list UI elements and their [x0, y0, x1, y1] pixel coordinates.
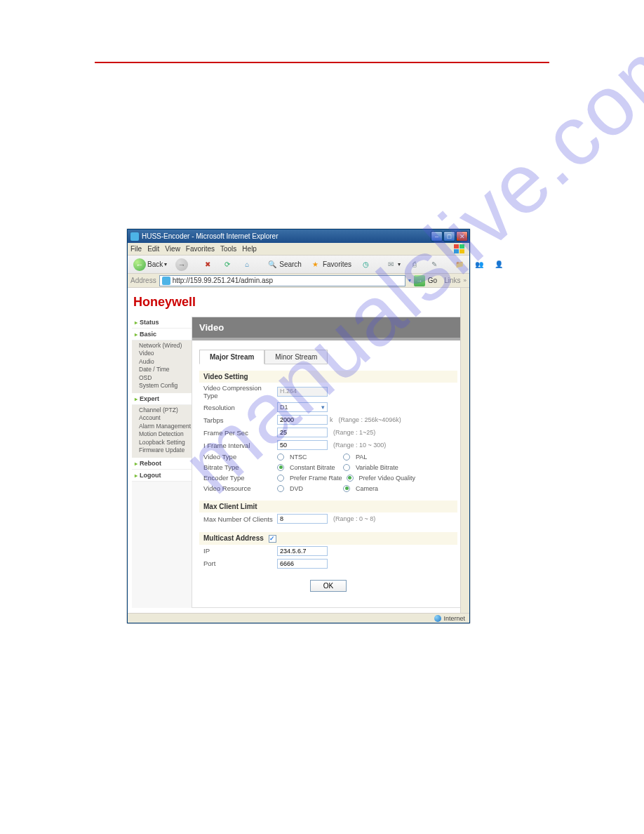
- menu-favorites[interactable]: Favorites: [186, 245, 215, 253]
- radio-ntsc[interactable]: [277, 454, 284, 461]
- sidebar-item-osd[interactable]: OSD: [139, 374, 192, 382]
- maximize-button[interactable]: □: [443, 231, 455, 241]
- label-encodertype: Encoder Type: [203, 474, 277, 482]
- input-fps[interactable]: [277, 428, 328, 437]
- svg-rect-0: [454, 244, 459, 249]
- forward-button[interactable]: →: [173, 258, 191, 272]
- titlebar: HUSS-Encoder - Microsoft Internet Explor…: [128, 230, 469, 243]
- stop-icon: ✖: [202, 259, 213, 270]
- address-input[interactable]: http://159.99.251.241/admin.asp: [159, 275, 405, 286]
- range-maxclients: (Range : 0 ~ 8): [333, 515, 375, 522]
- mail-button[interactable]: ✉▾: [382, 258, 403, 271]
- label-constant: Constant Bitrate: [290, 464, 339, 471]
- sidebar: Status Basic Network (Wired) Video Audio…: [132, 317, 192, 608]
- menu-view[interactable]: View: [165, 245, 180, 253]
- radio-constant-bitrate[interactable]: [277, 464, 284, 471]
- sidebar-expert-items: Channel (PTZ) Account Alarm Management M…: [132, 405, 192, 458]
- svg-rect-1: [459, 244, 464, 249]
- favorites-button[interactable]: ★ Favorites: [307, 258, 354, 271]
- menu-edit[interactable]: Edit: [147, 245, 159, 253]
- home-button[interactable]: ⌂: [239, 258, 255, 271]
- select-resolution[interactable]: D1: [277, 402, 328, 412]
- input-iframe[interactable]: [277, 440, 328, 450]
- minimize-button[interactable]: –: [431, 231, 443, 241]
- radio-prefer-frame[interactable]: [277, 475, 284, 482]
- input-tarbps[interactable]: [277, 415, 328, 425]
- folder-icon: 📁: [454, 259, 465, 270]
- sidebar-basic-items: Network (Wired) Video Audio Date / Time …: [132, 340, 192, 393]
- label-ip: IP: [203, 547, 277, 555]
- sidebar-item-datetime[interactable]: Date / Time: [139, 366, 192, 373]
- messenger-button[interactable]: 👤: [490, 258, 507, 271]
- sidebar-item-motion[interactable]: Motion Detection: [139, 430, 192, 438]
- sidebar-item-firmware[interactable]: Firmware Update: [139, 446, 192, 454]
- label-bitratetype: Bitrate Type: [203, 463, 277, 471]
- search-button[interactable]: 🔍 Search: [264, 258, 304, 271]
- go-button[interactable]: →: [414, 275, 425, 286]
- checkbox-multicast[interactable]: ✓: [269, 535, 276, 543]
- brand-logo: Honeywell: [128, 288, 469, 317]
- label-port: Port: [203, 560, 277, 567]
- sidebar-item-channel[interactable]: Channel (PTZ): [139, 406, 192, 414]
- sidebar-item-account[interactable]: Account: [139, 414, 192, 422]
- scrollbar-vertical[interactable]: [460, 288, 469, 613]
- input-maxclients[interactable]: [277, 514, 328, 524]
- ok-button[interactable]: OK: [310, 580, 347, 592]
- window-title: HUSS-Encoder - Microsoft Internet Explor…: [142, 232, 279, 240]
- edit-button[interactable]: ✎: [426, 258, 443, 271]
- sidebar-item-alarm[interactable]: Alarm Management: [139, 423, 192, 430]
- refresh-button[interactable]: ⟳: [219, 258, 236, 271]
- sidebar-item-loopback[interactable]: Loopback Setting: [139, 439, 192, 446]
- svg-rect-2: [454, 249, 459, 253]
- section-video-setting: Video Setting: [199, 371, 457, 383]
- label-videoresource: Video Resource: [203, 484, 277, 492]
- tab-major-stream[interactable]: Major Stream: [199, 350, 264, 364]
- tabs: Major Stream Minor Stream: [192, 340, 464, 364]
- edit-icon: ✎: [429, 259, 440, 270]
- sidebar-item-network[interactable]: Network (Wired): [139, 342, 192, 350]
- label-videotype: Video Type: [203, 453, 277, 461]
- links-label[interactable]: Links: [444, 277, 460, 284]
- svg-rect-3: [459, 249, 464, 253]
- sidebar-item-video[interactable]: Video: [139, 350, 192, 357]
- close-button[interactable]: ✕: [456, 231, 468, 241]
- label-variable: Variable Bitrate: [356, 464, 405, 471]
- range-fps: (Range : 1~25): [333, 429, 375, 436]
- history-button[interactable]: ◷: [357, 258, 374, 271]
- radio-prefer-quality[interactable]: [347, 475, 354, 482]
- ie-icon: [130, 232, 139, 241]
- menu-tools[interactable]: Tools: [220, 245, 236, 253]
- addressbar: Address http://159.99.251.241/admin.asp …: [128, 274, 469, 288]
- tab-minor-stream[interactable]: Minor Stream: [264, 350, 328, 364]
- radio-pal[interactable]: [343, 454, 350, 461]
- sidebar-section-logout[interactable]: Logout: [132, 470, 192, 482]
- folder-button[interactable]: 📁: [451, 258, 468, 271]
- label-compression: Video Compression Type: [203, 384, 277, 399]
- stop-button[interactable]: ✖: [199, 258, 216, 271]
- menu-file[interactable]: File: [130, 245, 142, 253]
- radio-dvd[interactable]: [277, 485, 284, 492]
- label-ntsc: NTSC: [290, 454, 339, 461]
- page-viewport: Honeywell Status Basic Network (Wired) V…: [128, 288, 469, 613]
- input-ip[interactable]: [277, 546, 328, 556]
- discuss-button[interactable]: 👥: [471, 258, 488, 271]
- label-pal: PAL: [356, 454, 405, 461]
- sidebar-section-basic[interactable]: Basic: [132, 329, 192, 340]
- menu-help[interactable]: Help: [242, 245, 257, 253]
- back-button[interactable]: ← Back ▾: [130, 258, 170, 272]
- page-rule: [95, 62, 549, 63]
- sidebar-item-audio[interactable]: Audio: [139, 358, 192, 366]
- input-port[interactable]: [277, 559, 328, 569]
- sidebar-section-status[interactable]: Status: [132, 317, 192, 329]
- messenger-icon: 👤: [493, 259, 504, 270]
- radio-variable-bitrate[interactable]: [343, 464, 350, 471]
- sidebar-section-reboot[interactable]: Reboot: [132, 458, 192, 470]
- print-button[interactable]: ⎙: [406, 258, 423, 271]
- sidebar-section-expert[interactable]: Expert: [132, 393, 192, 405]
- label-prefer-quality: Prefer Video Quality: [359, 475, 415, 482]
- radio-camera[interactable]: [343, 485, 350, 492]
- sidebar-item-systemconfig[interactable]: System Config: [139, 382, 192, 390]
- label-fps: Frame Per Sec: [203, 429, 277, 437]
- section-multicast: Multicast Address ✓: [199, 532, 457, 545]
- address-dropdown-icon[interactable]: ▾: [408, 277, 411, 284]
